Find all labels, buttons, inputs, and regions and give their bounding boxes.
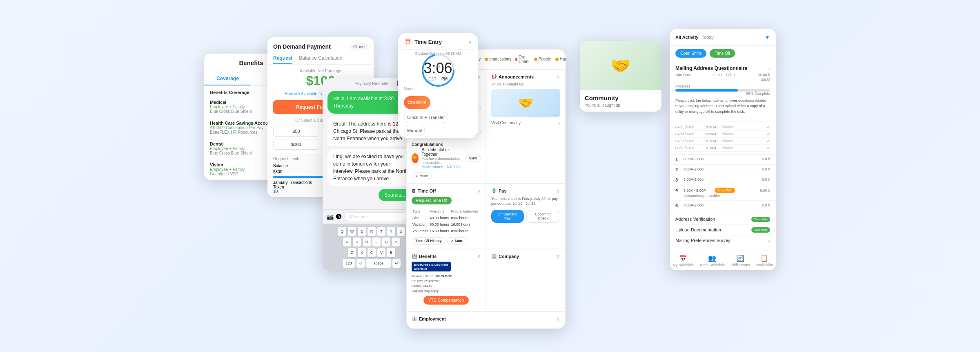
progress-container: Progress 66% Complete (675, 84, 770, 96)
upcoming-check-button[interactable]: Upcoming Check (526, 210, 560, 223)
odp-taken-label: Taken (273, 185, 284, 189)
te-clock-icon: ⏰ (404, 38, 412, 46)
visit-chevron-icon: › (558, 120, 560, 126)
visit-community-link[interactable]: Visit Community › (491, 120, 560, 126)
clock-in-transfer-button[interactable]: Clock In + Transfer (404, 112, 448, 123)
nav-item-impressions[interactable]: Impressions (485, 55, 511, 64)
pay-icon: 💲 (491, 188, 497, 193)
mailing-chevron-icon[interactable]: › (768, 65, 770, 72)
odp-title: On Demand Payment (273, 43, 331, 50)
odp-amount-200[interactable]: $200 (273, 139, 319, 150)
filter-icon[interactable]: ▼ (764, 34, 770, 40)
key-q[interactable]: Q (338, 227, 346, 236)
key-emoji[interactable]: ☺ (356, 259, 365, 268)
manual-button[interactable]: Manual (404, 125, 425, 136)
key-d[interactable]: D (363, 238, 371, 247)
company-chevron[interactable]: ∨ (557, 253, 560, 259)
congrats-view-button[interactable]: View (466, 155, 481, 161)
task-check-2: ✓ (767, 132, 770, 136)
key-g[interactable]: G (382, 238, 390, 247)
key-123[interactable]: 123 (343, 259, 355, 268)
availability-nav[interactable]: 📋 Availability (756, 254, 773, 267)
announcements-chevron[interactable]: ∨ (557, 74, 560, 80)
activity-header: All Activity Today ▼ (670, 29, 776, 46)
odp-amount-50[interactable]: $50 (273, 126, 319, 137)
pay-buttons: On Demand Pay Upcoming Check (491, 210, 560, 223)
key-s[interactable]: S (353, 238, 361, 247)
clock-in-button[interactable]: Clock In (404, 96, 430, 109)
survey-chevron-icon[interactable]: › (768, 238, 770, 244)
timeoff-more-button[interactable]: ✓ More (447, 237, 467, 244)
key-r[interactable]: R (368, 227, 376, 236)
key-t[interactable]: T (377, 227, 385, 236)
te-chevron[interactable]: ∨ (468, 39, 472, 45)
activity-bottom-nav: 📅 My Schedule 👥 Team Schedule 🔄 Shift Sw… (670, 251, 776, 270)
benefits-widget-header: 🏥 Benefits (412, 253, 437, 259)
benefits-widget-chevron[interactable]: ∨ (477, 253, 481, 259)
employment-header: 👔 Employment (412, 316, 446, 321)
time-off-button[interactable]: Time Off (710, 49, 735, 58)
schedule-day-1: 1 8:00A-2:00p 6.0 h (670, 155, 776, 165)
due-date: 30/22 (675, 78, 770, 82)
key-v[interactable]: V (377, 248, 385, 257)
timeoff-history-button[interactable]: Time Off History (412, 237, 445, 244)
schedule-entry-2a: 8:00A-2:00p 6.0 h (684, 167, 770, 171)
day-3-num: 3 (675, 177, 684, 182)
task-right-items: Address Verification Complete Upload Doc… (670, 211, 776, 251)
imessage-input[interactable]: iMessage (344, 212, 407, 221)
key-e[interactable]: E (358, 227, 366, 236)
team-schedule-nav[interactable]: 👥 Team Schedule (699, 254, 725, 267)
request-time-off-button[interactable]: Request Time Off (412, 197, 452, 204)
timeoff-chevron[interactable]: ∨ (477, 188, 481, 194)
odp-balance-tab[interactable]: Balance Calculation (299, 53, 342, 64)
schedule-day-6: 6 8:00A-2:00p 6.0 h (670, 201, 776, 211)
nav-item-org-chart[interactable]: Org Chart (515, 55, 530, 64)
on-demand-pay-button[interactable]: On Demand Pay (491, 210, 524, 223)
coverage-tab[interactable]: Coverage (204, 72, 251, 85)
nav-item-handbook[interactable]: Handbook (555, 55, 566, 64)
nav-item-people[interactable]: People (534, 55, 551, 64)
congrats-label: Congratulations (412, 142, 481, 147)
today-tab[interactable]: Today (702, 35, 713, 40)
mailing-title: Mailing Address Questionnaire (675, 65, 747, 71)
more-button[interactable]: ✓ More (412, 173, 432, 179)
company-widget: 🏢 Company ∨ (486, 249, 566, 312)
odp-jan-label: January Transactions (273, 180, 312, 185)
shift-swaps-nav[interactable]: 🔄 Shift Swaps (731, 254, 750, 267)
app-icon[interactable]: 🅐 (336, 213, 342, 220)
pay-chevron[interactable]: ∨ (557, 188, 560, 194)
key-c[interactable]: C (368, 248, 376, 257)
congrats-avatar: 🏆 (412, 153, 419, 163)
key-x[interactable]: X (358, 248, 366, 257)
ytd-compensation-button[interactable]: YTD Compensation (423, 296, 469, 305)
key-u[interactable]: U (397, 227, 405, 236)
address-verification-task: Address Verification Complete (675, 214, 770, 225)
congrats-desc: You have demonstrated unbeatable... (422, 157, 464, 165)
open-shifts-button[interactable]: Open Shifts (675, 49, 706, 58)
my-schedule-nav[interactable]: 📅 My Schedule (673, 254, 694, 267)
time-entry-card: ⏰ Time Entry ∨ Clocked Out since 08:59 A… (398, 33, 478, 138)
team-schedule-icon: 👥 (708, 254, 716, 262)
schedule-day-4: 4 9:00A - 5:00P Open Shift 8.00 h Schaum… (670, 185, 776, 201)
all-activity-tab[interactable]: All Activity (675, 35, 698, 40)
congrats-title: Be Unbeatable Together (422, 148, 464, 157)
key-a[interactable]: A (343, 238, 351, 247)
employment-widget: 👔 Employment ∨ (406, 312, 566, 329)
key-w[interactable]: W (348, 227, 356, 236)
key-y[interactable]: Y (387, 227, 395, 236)
key-h[interactable]: H (392, 238, 400, 247)
odp-close-button[interactable]: Close (350, 43, 368, 50)
benefits-widget-icon: 🏥 (412, 253, 417, 259)
key-f[interactable]: F (372, 238, 381, 247)
odp-taken-val: 10 (273, 189, 278, 194)
announcements-image: 🤝 (491, 89, 560, 117)
mailing-description: Please click the below task an answer qu… (675, 98, 770, 115)
camera-icon[interactable]: 📷 (327, 213, 334, 220)
key-return[interactable]: ↩ (392, 259, 401, 268)
progress-pct: 66% Complete (675, 92, 770, 96)
odp-request-tab[interactable]: Request (273, 53, 292, 64)
employment-chevron[interactable]: ∨ (557, 316, 560, 322)
key-z[interactable]: Z (348, 248, 356, 257)
key-b[interactable]: B (387, 248, 395, 257)
key-space[interactable]: space (366, 259, 391, 268)
